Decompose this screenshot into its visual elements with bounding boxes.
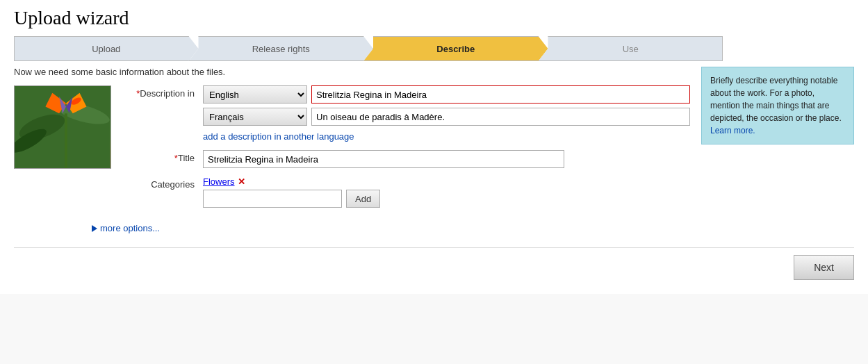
tooltip-text: Briefly describe everything notable abou… [710,76,842,123]
category-add-row: Add [203,190,690,208]
main-content: Now we need some basic information about… [14,67,854,233]
bottom-bar: Next [14,247,854,280]
add-category-button[interactable]: Add [346,190,380,208]
step-release[interactable]: Release rights [189,36,374,61]
tooltip-box: Briefly describe everything notable abou… [701,67,854,144]
categories-row: Flowers ✕ Add [203,176,690,208]
more-options-link[interactable]: more options... [100,223,160,233]
thumbnail-area [14,85,111,216]
step-release-label: Release rights [252,44,310,54]
more-options-row: more options... [92,223,690,233]
step-describe-label: Describe [436,44,475,54]
title-content [203,150,690,168]
more-options-triangle-icon [92,225,97,232]
description-field-row: *Description in English [125,85,690,142]
form-body: *Description in English [14,85,690,216]
title-input[interactable] [203,150,564,168]
language-select-french[interactable]: Français [203,108,307,126]
step-upload-label: Upload [92,44,120,54]
info-text: Now we need some basic information about… [14,67,690,77]
categories-content: Flowers ✕ Add [203,176,690,208]
categories-label: Categories [125,176,195,190]
page-title: Upload wizard [14,7,854,29]
step-use[interactable]: Use [539,36,723,61]
category-flowers-link[interactable]: Flowers [203,176,235,187]
description-label: *Description in [125,85,195,99]
description-input-english[interactable] [311,85,690,104]
add-language-link[interactable]: add a description in another language [203,131,690,142]
category-tag-flowers: Flowers ✕ [203,176,690,187]
next-button[interactable]: Next [794,255,854,280]
step-use-label: Use [623,44,639,54]
description-row-english: English [203,85,690,104]
file-thumbnail [14,85,111,169]
description-row-french: Français [203,108,690,126]
category-flowers-remove[interactable]: ✕ [238,176,245,187]
description-content: English Français [203,85,690,142]
form-fields: *Description in English [125,85,690,216]
step-describe[interactable]: Describe [363,36,548,61]
categories-field-row: Categories Flowers ✕ [125,176,690,208]
language-select-english[interactable]: English [203,85,307,104]
upload-wizard-page: Upload wizard Upload Release rights Desc… [0,0,868,294]
tooltip-learn-more-link[interactable]: Learn more. [710,126,755,135]
step-upload[interactable]: Upload [14,36,199,61]
wizard-steps: Upload Release rights Describe Use [14,36,723,61]
title-field-row: *Title [125,150,690,168]
title-label: *Title [125,150,195,163]
description-input-french[interactable] [311,108,690,126]
form-section: Now we need some basic information about… [14,67,690,233]
category-input[interactable] [203,190,342,208]
